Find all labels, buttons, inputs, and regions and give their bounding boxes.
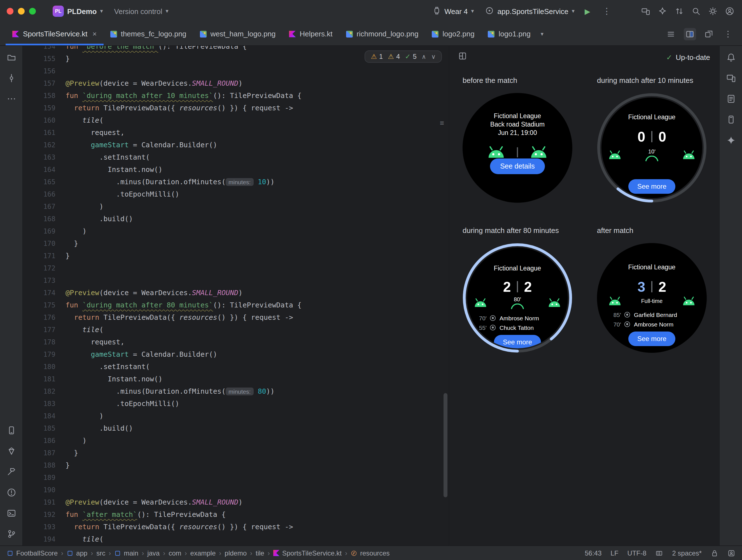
- line-number[interactable]: 161: [23, 126, 65, 139]
- line-number[interactable]: 179: [23, 348, 65, 361]
- code-line[interactable]: 175fun `during match after 80 minutes`()…: [23, 299, 448, 311]
- editor-tab-logo1.png[interactable]: logo1.png: [481, 22, 537, 45]
- split-editor-icon[interactable]: [684, 28, 696, 40]
- project-selector[interactable]: PL PLDemo ▾: [47, 6, 109, 17]
- editor-tab-richmond_logo.png[interactable]: richmond_logo.png: [339, 22, 425, 45]
- line-number[interactable]: 188: [23, 459, 65, 471]
- code-line[interactable]: 177 tile(: [23, 324, 448, 336]
- editor-scrollbar[interactable]: [443, 393, 447, 497]
- code-line[interactable]: 169 ): [23, 225, 448, 238]
- logcat-icon[interactable]: [726, 94, 736, 104]
- line-number[interactable]: 168: [23, 213, 65, 225]
- watch-tile[interactable]: Fictional League 3 2 Full-time: [597, 243, 707, 353]
- line-number[interactable]: 171: [23, 250, 65, 262]
- code-line[interactable]: 170 }: [23, 238, 448, 250]
- editor-actions-handle[interactable]: ≡: [440, 119, 444, 127]
- line-number[interactable]: 170: [23, 238, 65, 250]
- code-line[interactable]: 189: [23, 471, 448, 484]
- window-minimize-button[interactable]: [18, 8, 24, 14]
- code-line[interactable]: 187 }: [23, 447, 448, 459]
- code-line[interactable]: 166 .toEpochMilli(): [23, 188, 448, 201]
- code-line[interactable]: 156: [23, 65, 448, 77]
- line-number[interactable]: 182: [23, 385, 65, 398]
- line-number[interactable]: 165: [23, 176, 65, 188]
- breadcrumb-item-main[interactable]: main: [114, 549, 138, 557]
- detach-editor-icon[interactable]: [703, 28, 715, 40]
- code-line[interactable]: 183 .toEpochMilli(): [23, 398, 448, 410]
- line-number[interactable]: 174: [23, 287, 65, 299]
- watch-tile[interactable]: Fictional League Back road Stadium Jun 2…: [463, 93, 572, 203]
- line-number[interactable]: 178: [23, 336, 65, 348]
- line-number[interactable]: 187: [23, 447, 65, 459]
- breadcrumb-item-example[interactable]: example: [191, 549, 216, 557]
- list-icon[interactable]: [665, 28, 677, 40]
- line-number[interactable]: 193: [23, 521, 65, 533]
- breadcrumb-item-tile[interactable]: tile: [256, 549, 264, 557]
- line-number[interactable]: 191: [23, 496, 65, 508]
- gem-icon[interactable]: [6, 446, 16, 456]
- tab-close-icon[interactable]: ×: [92, 30, 97, 38]
- code-line[interactable]: 167 ): [23, 201, 448, 213]
- code-line[interactable]: 181 Instant.now(): [23, 373, 448, 385]
- line-number[interactable]: 192: [23, 508, 65, 521]
- window-zoom-button[interactable]: [29, 8, 36, 14]
- project-folder-icon[interactable]: [6, 53, 16, 62]
- editor-tab-themes_fc_logo.png[interactable]: themes_fc_logo.png: [103, 22, 193, 45]
- breadcrumb-item-com[interactable]: com: [168, 549, 181, 557]
- line-separator[interactable]: LF: [611, 549, 619, 557]
- code-line[interactable]: 172: [23, 262, 448, 274]
- code-line[interactable]: 161 request,: [23, 126, 448, 139]
- ai-assistant-icon[interactable]: [658, 7, 667, 16]
- line-number[interactable]: 177: [23, 324, 65, 336]
- run-button[interactable]: ▶: [581, 7, 594, 15]
- line-number[interactable]: 172: [23, 262, 65, 274]
- code-line[interactable]: 162 gameStart = Calendar.Builder(): [23, 139, 448, 151]
- layout-grid-icon[interactable]: [458, 52, 467, 63]
- user-avatar-icon[interactable]: [725, 7, 734, 16]
- code-line[interactable]: 163 .setInstant(: [23, 151, 448, 163]
- profile-status-icon[interactable]: [728, 549, 735, 557]
- weak-warnings-count[interactable]: ⚠ 4: [388, 53, 400, 60]
- code-line[interactable]: 171}: [23, 250, 448, 262]
- code-line[interactable]: 158fun `during match after 10 minutes`()…: [23, 90, 448, 102]
- commit-icon[interactable]: [6, 73, 16, 83]
- code-line[interactable]: 184 ): [23, 410, 448, 422]
- editor-tab-Helpers.kt[interactable]: Helpers.kt: [282, 22, 339, 45]
- breadcrumb-item-app[interactable]: app: [67, 549, 87, 557]
- code-line[interactable]: 186 ): [23, 435, 448, 447]
- code-line[interactable]: 188}: [23, 459, 448, 471]
- code-line[interactable]: 180 .setInstant(: [23, 361, 448, 373]
- passed-inspections-count[interactable]: ✓ 5: [405, 53, 417, 60]
- vcs-widget[interactable]: Version control ▾: [109, 7, 174, 15]
- strong-warnings-count[interactable]: ⚠ 1: [371, 53, 383, 60]
- more-icon[interactable]: [6, 94, 16, 104]
- code-line[interactable]: 160 tile(: [23, 114, 448, 126]
- device-explorer-icon[interactable]: [726, 115, 736, 124]
- line-number[interactable]: 181: [23, 373, 65, 385]
- breadcrumb-item-SportsTileService.kt[interactable]: SportsTileService.kt: [273, 549, 342, 557]
- search-icon[interactable]: [692, 7, 700, 16]
- line-number[interactable]: 158: [23, 90, 65, 102]
- code-line[interactable]: 159 return TilePreviewData({ resources()…: [23, 102, 448, 114]
- terminal-icon[interactable]: [6, 508, 16, 518]
- file-encoding[interactable]: UTF-8: [628, 549, 646, 557]
- build-icon[interactable]: [6, 467, 16, 476]
- problems-icon[interactable]: [6, 488, 16, 497]
- line-number[interactable]: 190: [23, 484, 65, 496]
- device-manager-icon[interactable]: [6, 425, 16, 435]
- code-line[interactable]: 164 Instant.now(): [23, 163, 448, 176]
- line-number[interactable]: 194: [23, 533, 65, 546]
- line-number[interactable]: 184: [23, 410, 65, 422]
- code-line[interactable]: 193 return TilePreviewData({ resources()…: [23, 521, 448, 533]
- code-line[interactable]: 173: [23, 274, 448, 287]
- code-line[interactable]: 190: [23, 484, 448, 496]
- line-number[interactable]: 176: [23, 311, 65, 324]
- device-pair-icon[interactable]: [641, 7, 650, 16]
- line-number[interactable]: 189: [23, 471, 65, 484]
- code-line[interactable]: 176 return TilePreviewData({ resources()…: [23, 311, 448, 324]
- previous-problem-button[interactable]: ∧: [422, 53, 426, 60]
- indent-status-icon[interactable]: [655, 549, 663, 557]
- device-selector[interactable]: Wear 4 ▾: [428, 4, 478, 19]
- breadcrumb-item-pldemo[interactable]: pldemo: [224, 549, 247, 557]
- line-number[interactable]: 163: [23, 151, 65, 163]
